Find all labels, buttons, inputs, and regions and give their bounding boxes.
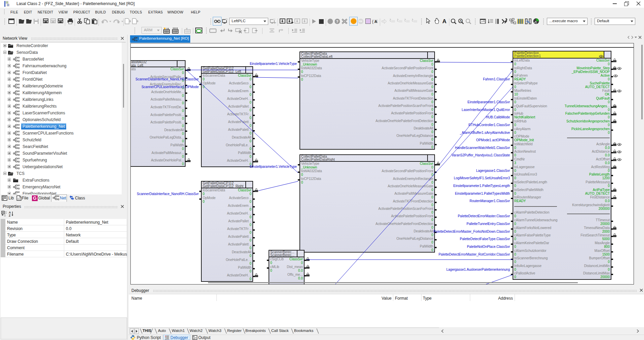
svg-text:A: A xyxy=(374,20,377,24)
svg-text:P: P xyxy=(274,22,276,24)
svg-text:?: ? xyxy=(336,20,338,24)
svg-text:Z: Z xyxy=(9,214,11,217)
svg-text:{: { xyxy=(372,19,373,24)
svg-text:X: X xyxy=(186,28,188,30)
svg-text:A: A xyxy=(459,19,461,23)
svg-text:FIX: FIX xyxy=(359,20,363,23)
